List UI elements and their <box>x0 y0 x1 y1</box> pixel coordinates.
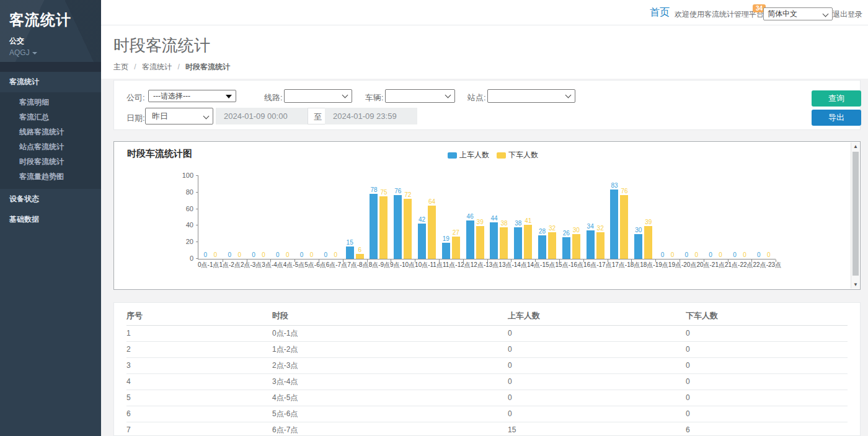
legend-item[interactable]: 下车人数 <box>497 150 538 160</box>
export-button[interactable]: 导出 <box>812 110 861 126</box>
sidebar-item-device-status[interactable]: 设备状态 <box>0 189 101 209</box>
bar <box>404 199 412 259</box>
bar <box>356 254 364 259</box>
topbar: 首页 欢迎使用客流统计管理平台 34 简体中文 退出登录 <box>101 0 868 25</box>
sidebar-item-passenger-trend-chart[interactable]: 客流量趋势图 <box>0 169 101 184</box>
scrollbar-down-arrow-icon[interactable]: ▼ <box>851 281 860 289</box>
account-dropdown[interactable]: AQGJ <box>9 48 92 57</box>
table-cell: 4 <box>126 373 272 390</box>
bar <box>548 232 556 259</box>
y-axis-tick-label: 40 <box>175 221 193 229</box>
bar-column: 42 <box>418 176 426 259</box>
logout-link[interactable]: 退出登录 <box>833 9 862 20</box>
sidebar-item-base-data[interactable]: 基础数据 <box>0 209 101 230</box>
bar-column: 28 <box>538 176 546 259</box>
table-cell: 0 <box>686 406 848 422</box>
bar-value-label: 41 <box>525 217 531 224</box>
bar <box>394 195 402 259</box>
chart-scrollbar[interactable]: ▲ ▼ <box>851 142 859 289</box>
table-cell: 2 <box>126 341 272 357</box>
breadcrumb-section[interactable]: 客流统计 <box>142 63 172 71</box>
x-axis-tick-label: 18点-19点 <box>640 261 668 269</box>
chart-category-group: 3841 <box>511 176 535 259</box>
bar-value-label: 15 <box>347 239 353 246</box>
sidebar-item-passenger-summary[interactable]: 客流汇总 <box>0 110 101 124</box>
company-select[interactable]: ---请选择--- <box>148 90 236 102</box>
bar-column: 39 <box>476 176 484 259</box>
vehicle-select[interactable] <box>385 89 455 103</box>
page-title: 时段客流统计 <box>113 35 868 56</box>
bar-value-label: 0 <box>334 251 338 258</box>
company-name: 公交 <box>9 36 92 46</box>
bar-value-label: 0 <box>286 251 290 258</box>
bar-value-label: 0 <box>204 251 208 258</box>
table-cell: 5 <box>126 390 272 406</box>
date-start-input[interactable]: 2024-01-09 00:00 <box>216 108 308 124</box>
home-link[interactable]: 首页 <box>650 6 670 19</box>
bar-value-label: 30 <box>635 227 642 233</box>
table-cell: 6 <box>126 406 272 422</box>
bar-column: 0 <box>693 176 701 259</box>
x-axis-tick-label: 2点-3点 <box>241 261 262 269</box>
breadcrumb-current: 时段客流统计 <box>185 63 230 71</box>
bar-column: 0 <box>740 176 748 259</box>
bar-value-label: 0 <box>661 251 665 258</box>
scrollbar-up-arrow-icon[interactable]: ▲ <box>851 142 860 150</box>
vehicle-label: 车辆: <box>365 92 384 103</box>
sidebar-menu: 客流统计客流明细客流汇总线路客流统计站点客流统计时段客流统计客流量趋势图设备状态… <box>0 72 101 230</box>
chart-legend: 上车人数下车人数 <box>448 150 542 160</box>
date-end-input[interactable]: 2024-01-09 23:59 <box>325 108 417 124</box>
line-select[interactable] <box>284 89 352 103</box>
x-axis-tick-label: 13点-14点 <box>498 261 527 269</box>
scrollbar-thumb[interactable] <box>852 152 859 276</box>
bar-column: 38 <box>500 176 508 259</box>
chart-category-group: 3039 <box>631 176 655 259</box>
x-axis-tick-label: 8点-9点 <box>369 261 390 269</box>
bar <box>442 243 450 259</box>
bar-column: 0 <box>298 176 306 259</box>
bar-value-label: 0 <box>743 251 746 258</box>
x-axis-tick-label: 15点-16点 <box>556 261 584 269</box>
sidebar-item-passenger-stats[interactable]: 客流统计 <box>0 72 101 92</box>
x-axis-tick-label: 14点-15点 <box>527 261 556 269</box>
language-select[interactable]: 简体中文 <box>763 7 833 20</box>
chart-category-group: 7875 <box>367 176 391 259</box>
bar-column: 27 <box>452 176 460 259</box>
bar-column: 32 <box>548 176 556 259</box>
bar-value-label: 0 <box>671 251 675 258</box>
table-cell: 5点-6点 <box>272 406 508 422</box>
bar <box>524 225 532 259</box>
table-cell: 0 <box>508 390 686 406</box>
bar <box>572 234 580 259</box>
breadcrumb-home[interactable]: 主页 <box>113 63 128 71</box>
sidebar-item-period-passenger-stats[interactable]: 时段客流统计 <box>0 154 101 169</box>
table-cell: 1 <box>126 325 272 341</box>
x-axis-tick-label: 19点-20点 <box>668 261 697 269</box>
bar-value-label: 0 <box>310 251 314 258</box>
chart-category-group: 00 <box>655 176 680 259</box>
bar-column: 0 <box>332 176 340 259</box>
chart-category-group: 8376 <box>608 176 632 259</box>
legend-item[interactable]: 上车人数 <box>448 150 489 160</box>
sidebar-item-line-passenger-stats[interactable]: 线路客流统计 <box>0 124 101 139</box>
sidebar-item-passenger-detail[interactable]: 客流明细 <box>0 95 101 110</box>
chart-category-group: 00 <box>198 176 223 259</box>
date-preset-select[interactable]: 昨日 <box>145 108 213 124</box>
x-axis-tick-label: 21点-22点 <box>725 261 753 269</box>
bar-value-label: 19 <box>443 235 450 242</box>
bar-column: 0 <box>322 176 330 259</box>
legend-swatch <box>497 152 506 159</box>
table-header-cell: 上车人数 <box>508 307 686 325</box>
bar-column: 0 <box>308 176 316 259</box>
x-axis-tick-label: 22点-23点 <box>753 261 782 269</box>
query-button[interactable]: 查询 <box>812 90 861 107</box>
x-axis-tick-label: 1点-2点 <box>219 261 240 269</box>
company-label: 公司: <box>126 92 145 103</box>
sidebar-submenu: 客流明细客流汇总线路客流统计站点客流统计时段客流统计客流量趋势图 <box>0 92 101 189</box>
table-row: 76点-7点156 <box>126 422 848 436</box>
bar-value-label: 0 <box>252 251 255 258</box>
bar-column: 46 <box>466 176 474 259</box>
chart-category-group: 00 <box>223 176 247 259</box>
sidebar-item-station-passenger-stats[interactable]: 站点客流统计 <box>0 139 101 154</box>
station-select[interactable] <box>487 89 575 103</box>
